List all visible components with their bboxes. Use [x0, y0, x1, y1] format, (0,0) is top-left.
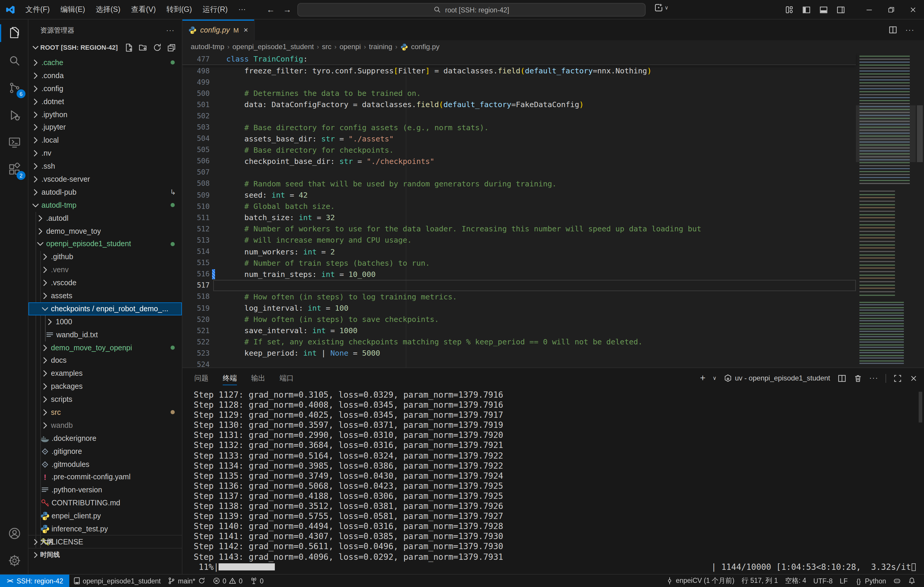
- tree-item-.config[interactable]: .config: [28, 82, 182, 95]
- more-icon[interactable]: ···: [905, 26, 914, 34]
- menu-item-编辑(E)[interactable]: 编辑(E): [55, 2, 90, 16]
- panel-tab-输出[interactable]: 输出: [251, 368, 266, 388]
- tree-item-.vscode-server[interactable]: .vscode-server: [28, 173, 182, 186]
- restore-button[interactable]: [880, 0, 902, 20]
- activity-item-extensions[interactable]: 2: [0, 156, 28, 183]
- terminal-instance[interactable]: uv - openpi_episode1_student: [723, 374, 830, 382]
- tree-item-openpi_episode1_student[interactable]: openpi_episode1_student: [28, 238, 182, 251]
- status-branch[interactable]: main*: [164, 574, 209, 587]
- menu-item-文件(F)[interactable]: 文件(F): [20, 2, 55, 16]
- tree-item-.cache[interactable]: .cache: [28, 56, 182, 69]
- tab-config-py[interactable]: config.py M ×: [182, 20, 255, 40]
- timeline-section[interactable]: 时间线: [28, 548, 182, 561]
- tree-item-wandb_id.txt[interactable]: wandb_id.txt: [28, 328, 182, 341]
- tree-item-autodl-tmp[interactable]: autodl-tmp: [28, 199, 182, 212]
- tree-item-1000[interactable]: 1000: [28, 316, 182, 329]
- status-language[interactable]: {}Python: [851, 574, 889, 587]
- activity-item-source-control[interactable]: 6: [0, 74, 28, 101]
- menu-item-运行(R)[interactable]: 运行(R): [197, 2, 233, 16]
- tree-item-assets[interactable]: assets: [28, 289, 182, 303]
- breadcrumb-item[interactable]: config.py: [411, 43, 439, 51]
- status-eol[interactable]: LF: [837, 574, 851, 587]
- new-file-icon[interactable]: [124, 43, 133, 52]
- menu-item-查看(V)[interactable]: 查看(V): [126, 2, 161, 16]
- maximize-panel-icon[interactable]: [893, 374, 902, 383]
- tree-item-.gitmodules[interactable]: .gitmodules: [28, 458, 182, 471]
- tree-item-.conda[interactable]: .conda: [28, 69, 182, 82]
- panel-tab-问题[interactable]: 问题: [194, 368, 208, 388]
- breadcrumb-item[interactable]: autodl-tmp: [191, 43, 224, 51]
- tree-item-.jupyter[interactable]: .jupyter: [28, 121, 182, 134]
- tree-item-CONTRIBUTING.md[interactable]: CONTRIBUTING.md: [28, 497, 182, 510]
- editor-scrollbar[interactable]: [916, 53, 924, 367]
- status-copilot[interactable]: [889, 574, 904, 587]
- refresh-icon[interactable]: [153, 43, 162, 52]
- tree-item-.ssh[interactable]: .ssh: [28, 160, 182, 173]
- activity-item-settings[interactable]: [0, 547, 28, 574]
- status-repo[interactable]: openpi_episode1_student: [69, 574, 164, 587]
- menu-item-选择(S)[interactable]: 选择(S): [90, 2, 125, 16]
- menu-item-转到(G)[interactable]: 转到(G): [161, 2, 197, 16]
- outline-section[interactable]: 大纲: [28, 535, 182, 548]
- tree-item-inference_test.py[interactable]: inference_test.py: [28, 523, 182, 536]
- layout-sidebar-icon[interactable]: [802, 5, 811, 14]
- new-folder-icon[interactable]: [139, 43, 147, 52]
- tree-item-.local[interactable]: .local: [28, 134, 182, 147]
- status-commit[interactable]: enpeiCV (1 个月前): [662, 574, 738, 587]
- activity-item-account[interactable]: [0, 520, 28, 547]
- activity-item-explorer[interactable]: [0, 20, 28, 47]
- tree-item-.ipython[interactable]: .ipython: [28, 108, 182, 121]
- close-panel-icon[interactable]: [909, 374, 918, 383]
- tree-item-.github[interactable]: .github: [28, 251, 182, 264]
- terminal-output[interactable]: Step 1127: grad_norm=0.3105, loss=0.0329…: [194, 390, 916, 574]
- collapse-all-icon[interactable]: [167, 43, 176, 52]
- close-button[interactable]: [902, 0, 924, 20]
- activity-item-search[interactable]: [0, 47, 28, 74]
- new-terminal-button[interactable]: +: [700, 373, 706, 383]
- menu-item-···[interactable]: ···: [233, 2, 251, 16]
- tree-item-enpei_client.py[interactable]: enpei_client.py: [28, 510, 182, 523]
- tree-item-.pre-commit-config.yaml[interactable]: !.pre-commit-config.yaml: [28, 471, 182, 484]
- tree-item-packages[interactable]: packages: [28, 380, 182, 393]
- tree-item-.dotnet[interactable]: .dotnet: [28, 95, 182, 108]
- breadcrumb-item[interactable]: src: [322, 43, 332, 51]
- minimap[interactable]: [856, 53, 916, 367]
- status-notifications[interactable]: [904, 574, 919, 587]
- customize-layout-icon[interactable]: [785, 5, 794, 14]
- status-remote[interactable]: ><SSH: region-42: [0, 574, 69, 587]
- tree-item-.venv[interactable]: .venv: [28, 264, 182, 277]
- breadcrumb-item[interactable]: openpi_episode1_student: [233, 43, 314, 51]
- minimize-button[interactable]: [858, 0, 880, 20]
- status-encoding[interactable]: UTF-8: [810, 574, 836, 587]
- tree-item-.autodl[interactable]: .autodl: [28, 212, 182, 225]
- breadcrumb-item[interactable]: training: [369, 43, 393, 51]
- status-indentation[interactable]: 空格: 4: [782, 574, 810, 587]
- tab-close-icon[interactable]: ×: [243, 25, 248, 35]
- split-terminal-icon[interactable]: [837, 374, 846, 383]
- explorer-more-icon[interactable]: ···: [166, 26, 175, 34]
- terminal-scrollbar[interactable]: [919, 392, 922, 423]
- code-editor[interactable]: 477class TrainConfig: 498 freeze_filter:…: [182, 53, 924, 367]
- layout-secondary-icon[interactable]: [837, 5, 845, 14]
- copilot-menu-button[interactable]: ∨: [654, 3, 668, 12]
- layout-panel-icon[interactable]: [819, 5, 828, 14]
- terminal-dropdown-icon[interactable]: ∨: [713, 375, 716, 381]
- status-cursor-position[interactable]: 行 517, 列 1: [738, 574, 782, 587]
- nav-back-icon[interactable]: ←: [267, 5, 275, 14]
- tree-item-.nv[interactable]: .nv: [28, 147, 182, 160]
- panel-tab-端口[interactable]: 端口: [280, 368, 294, 388]
- tree-item-demo_move_toy_openpi[interactable]: demo_move_toy_openpi: [28, 341, 182, 354]
- status-problems[interactable]: 00: [209, 574, 246, 587]
- tree-item-examples[interactable]: examples: [28, 367, 182, 380]
- command-center[interactable]: root [SSH: region-42]: [297, 3, 646, 16]
- tree-item-.python-version[interactable]: .python-version: [28, 484, 182, 497]
- tree-item-.dockerignore[interactable]: .dockerignore: [28, 432, 182, 445]
- split-editor-icon[interactable]: [888, 25, 897, 35]
- tree-item-autodl-pub[interactable]: autodl-pub↳: [28, 186, 182, 199]
- breadcrumb-item[interactable]: openpi: [339, 43, 361, 51]
- activity-item-remote-explorer[interactable]: [0, 128, 28, 156]
- nav-forward-icon[interactable]: →: [283, 5, 291, 14]
- panel-tab-终端[interactable]: 终端: [223, 368, 237, 388]
- tree-item-demo_move_toy[interactable]: demo_move_toy: [28, 225, 182, 238]
- tree-item-wandb[interactable]: wandb: [28, 419, 182, 432]
